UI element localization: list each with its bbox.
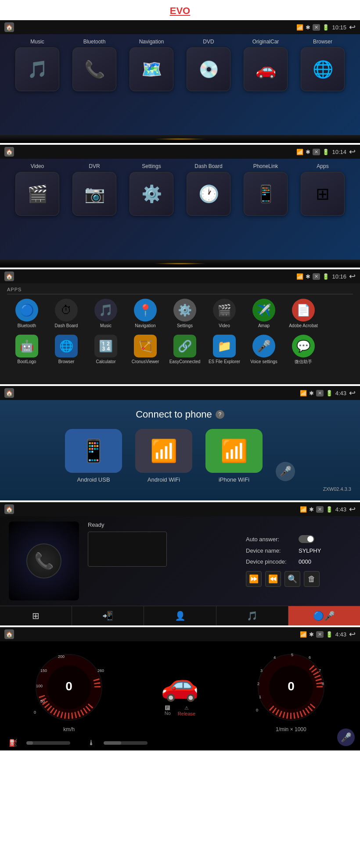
- bt-tabs: ⊞ 📲 👤 🎵 🔵🎤: [0, 606, 360, 625]
- app-dvd[interactable]: DVD 💿: [180, 39, 237, 129]
- back-button-4[interactable]: ↩: [349, 388, 356, 398]
- app-small-music[interactable]: 🎵 Music: [86, 299, 126, 329]
- svg-text:2: 2: [257, 682, 259, 686]
- app-dashboard[interactable]: Dash Board 🕐: [180, 163, 237, 254]
- app-small-dashboard[interactable]: ⏱ Dash Board: [47, 299, 86, 329]
- home-icon-5[interactable]: 🏠: [4, 504, 14, 514]
- app-small-wechat[interactable]: 💬 微信助手: [284, 335, 323, 364]
- app-apps[interactable]: Apps ⊞: [294, 163, 351, 254]
- bt-devicename-label: Device name:: [246, 547, 294, 554]
- bt-tab-bt-mic[interactable]: 🔵🎤: [288, 606, 360, 625]
- bt-icon-6: ✱: [309, 631, 314, 638]
- home-icon-2[interactable]: 🏠: [4, 147, 14, 157]
- app-small-calculator[interactable]: 🔢 Calculator: [86, 335, 126, 364]
- car-status-row: 🅿 No ⚠ Release: [165, 705, 195, 716]
- status-right-5: 📶 ✱ ✕ 🔋 4:43 ↩: [300, 504, 356, 514]
- app-small-amap[interactable]: ✈️ Amap: [244, 299, 284, 329]
- clock-3: 10:16: [332, 273, 346, 280]
- help-icon[interactable]: ?: [216, 410, 224, 419]
- status-bar-6: 🏠 📶 ✱ ✕ 🔋 4:43 ↩: [0, 627, 360, 641]
- app-settings[interactable]: Settings ⚙️: [123, 163, 180, 254]
- bt-icon-5: ✱: [309, 506, 314, 513]
- bt-pincode-row: Device pincode: 0000: [246, 558, 351, 565]
- screen-6: 🏠 📶 ✱ ✕ 🔋 4:43 ↩ 0: [0, 627, 360, 750]
- app-small-adobe[interactable]: 📄 Adobe Acrobat: [284, 299, 323, 329]
- app-grid-1: Music 🎵 Bluetooth 📞 Navigation 🗺️ DVD 💿 …: [0, 34, 360, 135]
- car-icon: 🚗: [161, 667, 199, 703]
- screen-5: 🏠 📶 ✱ ✕ 🔋 4:43 ↩ 📞 Ready: [0, 502, 360, 625]
- bt-pincode-label: Device pincode:: [246, 558, 294, 565]
- app-video[interactable]: Video 🎬: [9, 163, 66, 254]
- bt-tab-contacts[interactable]: 👤: [144, 606, 216, 625]
- screen-4: 🏠 📶 ✱ ✕ 🔋 4:43 ↩ Connect to phone ? 📱 An…: [0, 386, 360, 500]
- app-small-easyconnected[interactable]: 🔗 EasyConnected: [165, 335, 205, 364]
- app-small-video[interactable]: 🎬 Video: [205, 299, 244, 329]
- back-button-6[interactable]: ↩: [349, 629, 356, 639]
- bt-icon-1: ✱: [306, 24, 310, 31]
- back-button-2[interactable]: ↩: [349, 147, 356, 157]
- app-phonelink[interactable]: PhoneLink 📱: [237, 163, 294, 254]
- app-originalcar[interactable]: OriginalCar 🚗: [237, 39, 294, 129]
- app-bluetooth[interactable]: Bluetooth 📞: [66, 39, 123, 129]
- bt-search-button[interactable]: 🔍: [284, 571, 300, 587]
- bt-delete-button[interactable]: 🗑: [304, 571, 320, 587]
- bt-tab-call[interactable]: 📲: [72, 606, 144, 625]
- mic-button-dash[interactable]: 🎤: [337, 729, 355, 746]
- speed-gauge-container: 0 50 100 150 200 260 0 km/h: [32, 650, 106, 732]
- home-icon-4[interactable]: 🏠: [4, 388, 14, 398]
- app-small-voice[interactable]: 🎤 Voice settings: [244, 335, 284, 364]
- android-usb-button[interactable]: 📱 Android USB: [65, 429, 122, 483]
- clock-2: 10:14: [332, 149, 346, 155]
- svg-text:0: 0: [256, 708, 258, 712]
- release-status: ⚠ Release: [178, 705, 195, 716]
- speed-label: km/h: [63, 726, 75, 732]
- app-small-bluetooth[interactable]: 🔵 Bluetooth: [7, 299, 47, 329]
- bt-search-row: ⏩ ⏪ 🔍 🗑: [246, 571, 351, 587]
- svg-text:4: 4: [274, 655, 276, 660]
- mic-button[interactable]: 🎤: [276, 462, 295, 481]
- home-icon-3[interactable]: 🏠: [4, 271, 14, 281]
- bt-visual: 📞: [9, 522, 79, 600]
- car-top-view: 🚗 🅿 No ⚠ Release: [161, 667, 199, 716]
- bt-tab-music[interactable]: 🎵: [216, 606, 288, 625]
- app-small-cronusviewer[interactable]: 🏹 CronusViewer: [126, 335, 165, 364]
- bt-forward-button[interactable]: ⏩: [246, 571, 262, 587]
- home-icon-1[interactable]: 🏠: [4, 22, 14, 32]
- auto-answer-toggle[interactable]: [299, 535, 314, 543]
- screen-1: 🏠 📶 ✱ ✕ 🔋 10:15 ↩ Music 🎵 Bluetooth 📞 Na…: [0, 20, 360, 143]
- bt-back-button[interactable]: ⏪: [265, 571, 281, 587]
- wifi-icon-3: 📶: [296, 273, 303, 280]
- bt-tab-menu[interactable]: ⊞: [0, 606, 72, 625]
- app-small-browser[interactable]: 🌐 Browser: [47, 335, 86, 364]
- status-right-6: 📶 ✱ ✕ 🔋 4:43 ↩: [300, 629, 356, 639]
- app-navigation[interactable]: Navigation 🗺️: [123, 39, 180, 129]
- apps-list-screen: APPS 🔵 Bluetooth ⏱ Dash Board 🎵 Music 📍 …: [0, 283, 360, 384]
- status-bar-3: 🏠 📶 ✱ ✕ 🔋 10:16 ↩: [0, 269, 360, 283]
- bottom-bar-1: [0, 135, 360, 143]
- rpm-gauge-svg: 0 1 2 3 4 5 6 7 8 0: [254, 650, 328, 725]
- wifi-icon-1: 📶: [296, 24, 303, 31]
- iphone-wifi-button[interactable]: 📶 iPhone WiFi: [205, 429, 263, 483]
- app-browser[interactable]: Browser 🌐: [294, 39, 351, 129]
- x-icon-4: ✕: [316, 390, 324, 396]
- home-icon-6[interactable]: 🏠: [4, 629, 14, 639]
- app-small-navigation[interactable]: 📍 Navigation: [126, 299, 165, 329]
- app-small-esfile[interactable]: 📁 ES File Explorer: [205, 335, 244, 364]
- bt-right: Auto answer: Device name: SYLPHY Device …: [246, 522, 351, 600]
- bt-center: Ready: [88, 522, 237, 600]
- screen-2: 🏠 📶 ✱ ✕ 🔋 10:14 ↩ Video 🎬 DVR 📷 Settings…: [0, 145, 360, 268]
- svg-text:3: 3: [260, 668, 263, 673]
- app-small-settings[interactable]: ⚙️ Settings: [165, 299, 205, 329]
- app-dvr[interactable]: DVR 📷: [66, 163, 123, 254]
- battery-icon-3: 🔋: [322, 273, 329, 280]
- clock-5: 4:43: [335, 506, 346, 513]
- back-button-1[interactable]: ↩: [349, 22, 356, 32]
- back-button-5[interactable]: ↩: [349, 504, 356, 514]
- back-button-3[interactable]: ↩: [349, 271, 356, 281]
- version-text: ZXW02.4.3.3: [323, 486, 351, 492]
- android-wifi-button[interactable]: 📶 Android WiFi: [135, 429, 192, 483]
- svg-text:5: 5: [291, 653, 293, 657]
- app-small-bootlogo[interactable]: 🤖 BootLogo: [7, 335, 47, 364]
- wifi-icon-5: 📶: [300, 506, 307, 513]
- app-music[interactable]: Music 🎵: [9, 39, 66, 129]
